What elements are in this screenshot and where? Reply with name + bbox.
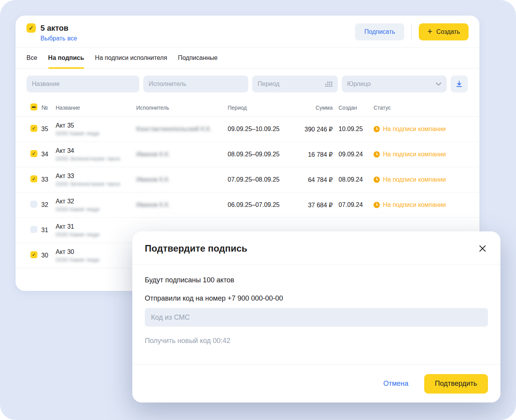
act-status-label: На подписи компании bbox=[383, 126, 446, 133]
tabs-bar: Все На подпись На подписи исполнителя По… bbox=[16, 47, 479, 68]
act-sum: 16 784 ₽ bbox=[304, 151, 333, 158]
confirm-sign-modal: Подтвердите подпись Будут подписаны 100 … bbox=[132, 231, 500, 402]
act-company-blurred: ООО Какие люди bbox=[56, 257, 136, 263]
act-created: 09.09.24 bbox=[339, 151, 366, 158]
cancel-button[interactable]: Отмена bbox=[383, 380, 409, 388]
select-acts-checkbox[interactable] bbox=[26, 23, 36, 33]
tab-for-signing[interactable]: На подпись bbox=[48, 47, 84, 68]
act-number: 30 bbox=[41, 252, 56, 259]
chevron-down-icon bbox=[436, 82, 441, 86]
act-company-blurred: ООО Какие люди bbox=[56, 206, 136, 212]
filter-legal-entity-placeholder: Юрлицо bbox=[347, 80, 371, 88]
act-period: 08.09.25–09.09.25 bbox=[228, 151, 304, 158]
filter-executor-placeholder: Исполнитель bbox=[149, 80, 186, 88]
row-checkbox[interactable] bbox=[30, 251, 37, 258]
act-period: 09.09.25–10.09.25 bbox=[228, 126, 304, 133]
download-icon bbox=[455, 80, 463, 88]
act-name[interactable]: Акт 35 bbox=[56, 122, 136, 129]
act-executor-blurred: Иванов К.К. bbox=[136, 151, 228, 158]
row-checkbox[interactable] bbox=[30, 175, 37, 182]
col-name: Название bbox=[56, 105, 136, 111]
select-all-link[interactable]: Выбрать все bbox=[40, 35, 77, 42]
act-created: 07.09.24 bbox=[339, 201, 366, 208]
act-number: 34 bbox=[41, 151, 56, 158]
act-sum: 390 246 ₽ bbox=[304, 126, 333, 133]
act-status-badge: На подписи компании bbox=[374, 151, 469, 158]
tab-all[interactable]: Все bbox=[26, 47, 37, 68]
create-button[interactable]: + Создать bbox=[419, 23, 469, 40]
clock-icon bbox=[374, 177, 380, 183]
filter-period-placeholder: Период bbox=[258, 80, 279, 88]
filter-name-placeholder: Название bbox=[32, 80, 60, 88]
modal-header: Подтвердите подпись bbox=[132, 231, 500, 264]
act-executor-blurred: Иванов К.К. bbox=[136, 201, 228, 208]
clock-icon bbox=[374, 202, 380, 208]
act-executor-blurred: Константинопольский К.К. bbox=[136, 126, 228, 133]
row-checkbox[interactable] bbox=[30, 125, 37, 132]
act-period: 06.09.25–07.09.25 bbox=[228, 201, 304, 208]
act-number: 32 bbox=[41, 201, 56, 208]
col-executor: Исполнитель bbox=[136, 105, 228, 111]
table-row: 33 Акт 33 ООО Зеленоглазое такси Иванов … bbox=[16, 167, 479, 192]
row-checkbox[interactable] bbox=[30, 150, 37, 157]
col-sum: Сумма bbox=[304, 105, 333, 111]
act-name[interactable]: Акт 33 bbox=[56, 173, 136, 180]
table-row: 34 Акт 34 ООО Зеленоглазое такси Иванов … bbox=[16, 142, 479, 167]
act-created: 08.09.24 bbox=[339, 176, 366, 183]
select-all-rows-checkbox[interactable] bbox=[30, 103, 37, 110]
row-checkbox[interactable] bbox=[30, 201, 37, 208]
sms-code-placeholder: Код из СМС bbox=[151, 313, 190, 322]
act-status-label: На подписи компании bbox=[383, 176, 446, 183]
act-created: 10.09.25 bbox=[339, 126, 366, 133]
act-name[interactable]: Акт 30 bbox=[56, 248, 136, 256]
act-number: 31 bbox=[41, 227, 56, 234]
act-number: 33 bbox=[41, 176, 56, 183]
plus-icon: + bbox=[427, 27, 432, 36]
table-row: 35 Акт 35 ООО Какие люди Константинополь… bbox=[16, 117, 479, 142]
resend-code-text: Получить новый код 00:42 bbox=[145, 337, 488, 345]
app-background: 5 актов Выбрать все Подписать + Создать … bbox=[0, 0, 516, 420]
tab-signed[interactable]: Подписанные bbox=[178, 47, 218, 68]
header-divider bbox=[411, 24, 412, 40]
act-company-blurred: ООО Какие люди bbox=[56, 130, 136, 136]
code-sent-text: Отправили код на номер +7 900 000-00-00 bbox=[145, 294, 488, 303]
close-icon bbox=[479, 245, 486, 252]
act-name[interactable]: Акт 32 bbox=[56, 198, 136, 205]
clock-icon bbox=[374, 126, 380, 132]
modal-footer: Отмена Подтвердить bbox=[132, 364, 500, 402]
act-company-blurred: ООО Какие люди bbox=[56, 231, 136, 238]
tab-executor-signing[interactable]: На подписи исполнителя bbox=[95, 47, 167, 68]
act-sum: 37 684 ₽ bbox=[304, 201, 333, 209]
filter-period-input[interactable]: Период bbox=[252, 75, 338, 93]
col-period: Период bbox=[228, 105, 304, 111]
table-header: № Название Исполнитель Период Сумма Созд… bbox=[16, 99, 479, 117]
act-status-badge: На подписи компании bbox=[374, 201, 469, 208]
act-number: 35 bbox=[41, 126, 56, 133]
act-company-blurred: ООО Зеленоглазое такси bbox=[56, 156, 136, 162]
calendar-grid-icon bbox=[325, 82, 332, 87]
row-checkbox[interactable] bbox=[30, 226, 37, 233]
act-company-blurred: ООО Зеленоглазое такси bbox=[56, 181, 136, 187]
col-status: Статус bbox=[374, 105, 469, 111]
sms-code-input[interactable]: Код из СМС bbox=[145, 308, 488, 327]
act-status-badge: На подписи компании bbox=[374, 126, 469, 133]
act-status-label: На подписи компании bbox=[383, 201, 446, 208]
act-sum: 64 784 ₽ bbox=[304, 176, 333, 184]
filter-name-input[interactable]: Название bbox=[26, 75, 139, 93]
clock-icon bbox=[374, 151, 380, 158]
modal-body: Будут подписаны 100 актов Отправили код … bbox=[132, 264, 500, 345]
close-button[interactable] bbox=[477, 243, 488, 254]
confirm-button[interactable]: Подтвердить bbox=[424, 374, 488, 394]
filters-bar: Название Исполнитель Период Юрлицо bbox=[16, 68, 479, 99]
act-status-label: На подписи компании bbox=[383, 151, 446, 158]
act-name[interactable]: Акт 31 bbox=[56, 223, 136, 230]
selected-count: 5 актов bbox=[40, 23, 77, 33]
table-row: 32 Акт 32 ООО Какие люди Иванов К.К. 06.… bbox=[16, 192, 479, 218]
will-sign-text: Будут подписаны 100 актов bbox=[145, 276, 488, 284]
filter-legal-entity-select[interactable]: Юрлицо bbox=[342, 75, 447, 93]
act-name[interactable]: Акт 34 bbox=[56, 147, 136, 154]
filter-executor-input[interactable]: Исполнитель bbox=[143, 75, 248, 93]
create-button-label: Создать bbox=[436, 28, 460, 35]
sign-button[interactable]: Подписать bbox=[355, 23, 404, 40]
download-button[interactable] bbox=[451, 75, 468, 93]
